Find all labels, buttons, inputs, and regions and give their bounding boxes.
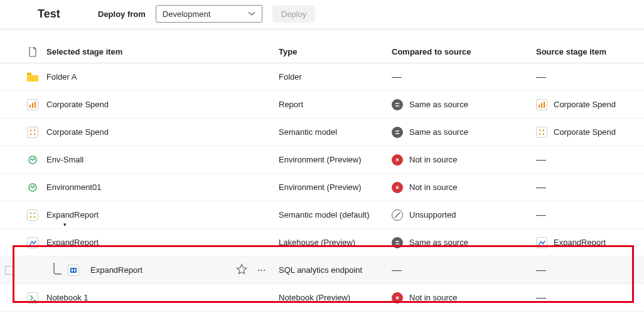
svg-point-7 xyxy=(30,129,31,130)
item-type: Semantic model (default) xyxy=(279,210,392,219)
sort-indicator-icon: ▾ xyxy=(63,221,67,228)
col-type[interactable]: Type xyxy=(279,47,392,56)
semantic-model-icon xyxy=(536,127,547,138)
source-name: ExpandReport xyxy=(554,238,606,247)
semantic-model-icon xyxy=(27,209,38,221)
svg-point-8 xyxy=(34,129,35,130)
notebook-icon xyxy=(27,292,38,304)
environment-icon xyxy=(27,182,38,193)
svg-rect-6 xyxy=(544,102,545,108)
svg-point-13 xyxy=(539,133,540,134)
not-in-source-icon xyxy=(392,182,403,193)
item-name: Folder A xyxy=(46,72,77,82)
status-text: Not in source xyxy=(409,155,458,164)
item-name: ExpandReport xyxy=(46,210,99,219)
item-type: Notebook (Preview) xyxy=(279,293,392,302)
tree-elbow-icon xyxy=(50,263,63,278)
source-env-selected: Development xyxy=(163,9,211,19)
item-type: SQL analytics endpoint xyxy=(279,265,392,275)
more-options-button[interactable]: ··· xyxy=(257,265,266,275)
dash-icon: — xyxy=(536,292,546,304)
table-row[interactable]: ExpandReport Lakehouse (Preview) Same as… xyxy=(0,229,644,256)
item-type: Folder xyxy=(279,72,392,82)
semantic-model-icon xyxy=(27,127,38,138)
equals-icon xyxy=(392,127,403,138)
svg-point-12 xyxy=(543,129,544,130)
not-in-source-icon xyxy=(392,292,403,304)
dash-icon: — xyxy=(536,71,546,83)
favorite-button[interactable] xyxy=(236,263,247,277)
table-row[interactable]: Env-Small Environment (Preview) Not in s… xyxy=(0,146,644,174)
svg-rect-2 xyxy=(32,103,33,108)
svg-line-21 xyxy=(395,213,400,218)
item-name: Environment01 xyxy=(46,182,101,192)
deploy-button[interactable]: Deploy xyxy=(272,5,315,23)
folder-icon xyxy=(27,73,38,82)
item-type: Environment (Preview) xyxy=(279,182,392,192)
deploy-header: Test Deploy from Development Deploy xyxy=(0,0,644,29)
equals-icon xyxy=(392,99,403,110)
svg-rect-24 xyxy=(70,268,77,273)
status-text: Same as source xyxy=(409,238,468,247)
dash-icon: — xyxy=(392,265,402,276)
table-row[interactable]: Notebook 1 Notebook (Preview) Not in sou… xyxy=(0,284,644,312)
svg-point-19 xyxy=(30,216,31,217)
svg-rect-25 xyxy=(72,269,73,272)
lakehouse-icon xyxy=(536,237,547,248)
item-type: Report xyxy=(279,100,392,109)
item-name: Corporate Spend xyxy=(46,100,109,109)
table-row[interactable]: Folder A Folder — — xyxy=(0,63,644,91)
table-header-row: Selected stage item Type Compared to sou… xyxy=(0,41,644,63)
svg-rect-22 xyxy=(29,245,36,246)
svg-point-20 xyxy=(34,216,35,217)
svg-point-9 xyxy=(30,133,31,134)
svg-point-14 xyxy=(543,133,544,134)
item-name: Env-Small xyxy=(46,155,83,164)
table-row[interactable]: ExpandReport Semantic model (default) Un… xyxy=(0,201,644,229)
status-text: Not in source xyxy=(409,182,458,192)
dash-icon: — xyxy=(536,182,546,193)
col-source[interactable]: Source stage item xyxy=(536,47,644,56)
file-icon xyxy=(28,47,37,57)
table-row[interactable]: ExpandReport ··· SQL analytics endpoint … xyxy=(0,256,644,284)
dash-icon: — xyxy=(392,71,402,83)
lakehouse-icon xyxy=(27,237,38,248)
not-in-source-icon xyxy=(392,154,403,166)
page-title: Test xyxy=(38,8,88,21)
dash-icon: — xyxy=(536,265,546,276)
svg-rect-3 xyxy=(35,102,36,108)
table-row[interactable]: Environment01 Environment (Preview) Not … xyxy=(0,174,644,201)
svg-rect-23 xyxy=(538,245,545,246)
table-row[interactable]: Corporate Spend Semantic model Same as s… xyxy=(0,119,644,146)
status-text: Same as source xyxy=(409,100,468,109)
status-text: Not in source xyxy=(409,293,458,302)
svg-point-10 xyxy=(34,133,35,134)
stage-table: Selected stage item Type Compared to sou… xyxy=(0,41,644,312)
item-type: Lakehouse (Preview) xyxy=(279,238,392,247)
item-name: ExpandReport xyxy=(46,238,99,247)
col-name[interactable]: Selected stage item xyxy=(46,47,279,56)
svg-rect-4 xyxy=(539,105,540,108)
svg-rect-0 xyxy=(27,73,31,75)
item-type: Semantic model xyxy=(279,127,392,137)
sql-endpoint-icon xyxy=(68,265,79,276)
svg-point-17 xyxy=(30,212,31,213)
status-text: Unsupported xyxy=(409,210,456,219)
item-name: Corporate Spend xyxy=(46,127,109,137)
report-icon xyxy=(536,99,547,110)
status-text: Same as source xyxy=(409,127,468,137)
item-name: ExpandReport xyxy=(90,265,142,275)
item-type: Environment (Preview) xyxy=(279,155,392,164)
report-icon xyxy=(27,99,38,110)
deploy-from-label: Deploy from xyxy=(98,9,146,19)
source-env-dropdown[interactable]: Development xyxy=(156,5,262,23)
table-row[interactable]: Corporate Spend Report Same as source Co… xyxy=(0,91,644,119)
chevron-down-icon xyxy=(248,10,255,18)
equals-icon xyxy=(392,237,403,248)
unsupported-icon xyxy=(392,209,403,221)
col-compared[interactable]: Compared to source xyxy=(392,47,536,56)
svg-point-18 xyxy=(34,212,35,213)
svg-rect-5 xyxy=(541,103,542,108)
row-checkbox[interactable] xyxy=(5,266,14,275)
dash-icon: — xyxy=(536,209,546,221)
